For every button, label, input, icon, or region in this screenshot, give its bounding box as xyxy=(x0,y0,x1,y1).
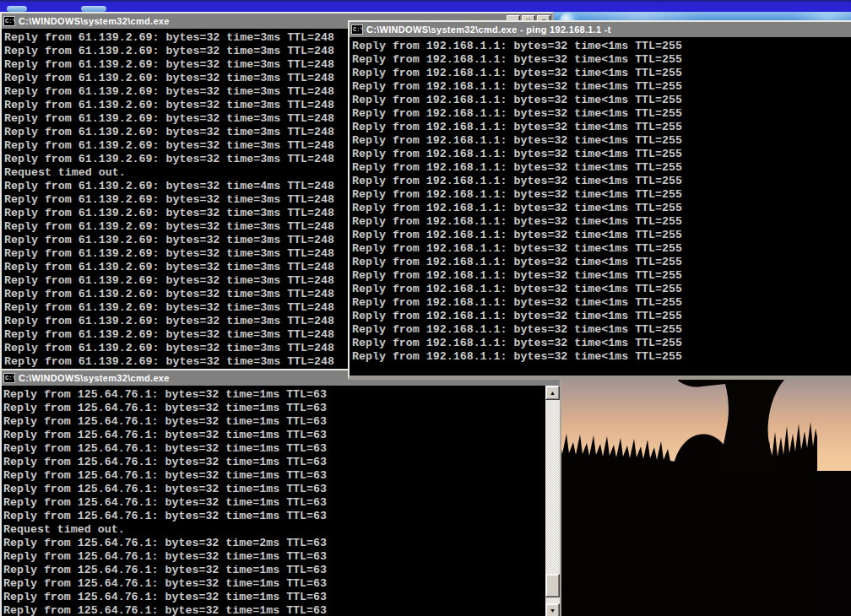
console-line: Reply from 192.168.1.1: bytes=32 time<1m… xyxy=(352,53,851,67)
console-output-bottomleft: Reply from 125.64.76.1: bytes=32 time=1m… xyxy=(2,386,560,616)
console-line: Reply from 192.168.1.1: bytes=32 time<1m… xyxy=(352,337,851,350)
console-line: Reply from 125.64.76.1: bytes=32 time=2m… xyxy=(3,537,560,550)
window-title: C:\WINDOWS\system32\cmd.exe - ping 192.1… xyxy=(366,24,851,35)
console-line: Reply from 192.168.1.1: bytes=32 time<1m… xyxy=(352,161,851,175)
console-line: Reply from 192.168.1.1: bytes=32 time<1m… xyxy=(352,256,851,269)
console-line: Reply from 192.168.1.1: bytes=32 time<1m… xyxy=(352,350,851,364)
background-button-blob xyxy=(7,6,27,12)
console-line: Reply from 125.64.76.1: bytes=32 time=1m… xyxy=(3,469,560,483)
console-line: Reply from 192.168.1.1: bytes=32 time<1m… xyxy=(352,80,851,94)
cmd-window-topright: C:\ C:\WINDOWS\system32\cmd.exe - ping 1… xyxy=(348,20,851,380)
console-line: Reply from 125.64.76.1: bytes=32 time=1m… xyxy=(3,456,560,469)
console-line: Reply from 192.168.1.1: bytes=32 time<1m… xyxy=(352,202,851,215)
console-line: Reply from 125.64.76.1: bytes=32 time=1m… xyxy=(3,564,560,577)
console-line: Reply from 192.168.1.1: bytes=32 time<1m… xyxy=(352,188,851,202)
background-window-top-edge xyxy=(0,0,851,12)
console-line: Reply from 125.64.76.1: bytes=32 time=1m… xyxy=(3,483,560,496)
console-line: Reply from 125.64.76.1: bytes=32 time=1m… xyxy=(3,496,560,510)
titlebar-topright[interactable]: C:\ C:\WINDOWS\system32\cmd.exe - ping 1… xyxy=(350,22,851,37)
console-line: Reply from 192.168.1.1: bytes=32 time<1m… xyxy=(352,296,851,310)
console-line: Reply from 192.168.1.1: bytes=32 time<1m… xyxy=(352,40,851,53)
console-line: Reply from 192.168.1.1: bytes=32 time<1m… xyxy=(352,94,851,107)
console-line: Reply from 192.168.1.1: bytes=32 time<1m… xyxy=(352,67,851,80)
console-line: Reply from 192.168.1.1: bytes=32 time<1m… xyxy=(352,121,851,134)
console-line: Request timed out. xyxy=(3,523,560,537)
console-line: Reply from 125.64.76.1: bytes=32 time=1m… xyxy=(3,591,560,604)
console-output-topright: Reply from 192.168.1.1: bytes=32 time<1m… xyxy=(350,37,851,374)
console-line: Reply from 125.64.76.1: bytes=32 time=1m… xyxy=(3,550,560,564)
console-line: Reply from 192.168.1.1: bytes=32 time<1m… xyxy=(352,310,851,323)
cmd-icon: C:\ xyxy=(3,373,15,383)
vertical-scrollbar[interactable]: ▲ ▼ xyxy=(545,386,560,616)
console-line: Reply from 125.64.76.1: bytes=32 time=1m… xyxy=(3,510,560,523)
console-line: Reply from 125.64.76.1: bytes=32 time=1m… xyxy=(3,429,560,442)
cmd-icon: C:\ xyxy=(351,24,363,35)
scrollbar-thumb[interactable] xyxy=(545,574,560,597)
console-line: Reply from 192.168.1.1: bytes=32 time<1m… xyxy=(352,215,851,229)
console-line: Reply from 125.64.76.1: bytes=32 time=1m… xyxy=(3,402,560,415)
console-line: Reply from 125.64.76.1: bytes=32 time=1m… xyxy=(3,604,560,616)
console-line: Reply from 192.168.1.1: bytes=32 time<1m… xyxy=(352,269,851,283)
scroll-up-button[interactable]: ▲ xyxy=(545,386,560,400)
console-line: Reply from 125.64.76.1: bytes=32 time=1m… xyxy=(3,442,560,456)
console-line: Reply from 192.168.1.1: bytes=32 time<1m… xyxy=(352,229,851,242)
console-line: Reply from 192.168.1.1: bytes=32 time<1m… xyxy=(352,323,851,337)
console-line: Reply from 192.168.1.1: bytes=32 time<1m… xyxy=(352,242,851,256)
console-line: Reply from 192.168.1.1: bytes=32 time<1m… xyxy=(352,134,851,148)
console-line: Reply from 125.64.76.1: bytes=32 time=1m… xyxy=(3,388,560,402)
cmd-window-bottomleft: C:\ C:\WINDOWS\system32\cmd.exe Reply fr… xyxy=(0,369,561,616)
console-line: Reply from 192.168.1.1: bytes=32 time<1m… xyxy=(352,107,851,121)
console-line: Reply from 192.168.1.1: bytes=32 time<1m… xyxy=(352,175,851,188)
cmd-icon: C:\ xyxy=(3,16,15,26)
console-line: Reply from 192.168.1.1: bytes=32 time<1m… xyxy=(352,148,851,161)
console-line: Reply from 192.168.1.1: bytes=32 time<1m… xyxy=(352,283,851,296)
console-line: Reply from 125.64.76.1: bytes=32 time=1m… xyxy=(3,577,560,591)
scroll-down-button[interactable]: ▼ xyxy=(545,603,560,616)
console-line: Reply from 125.64.76.1: bytes=32 time=1m… xyxy=(3,415,560,429)
background-button-blob xyxy=(81,6,106,12)
